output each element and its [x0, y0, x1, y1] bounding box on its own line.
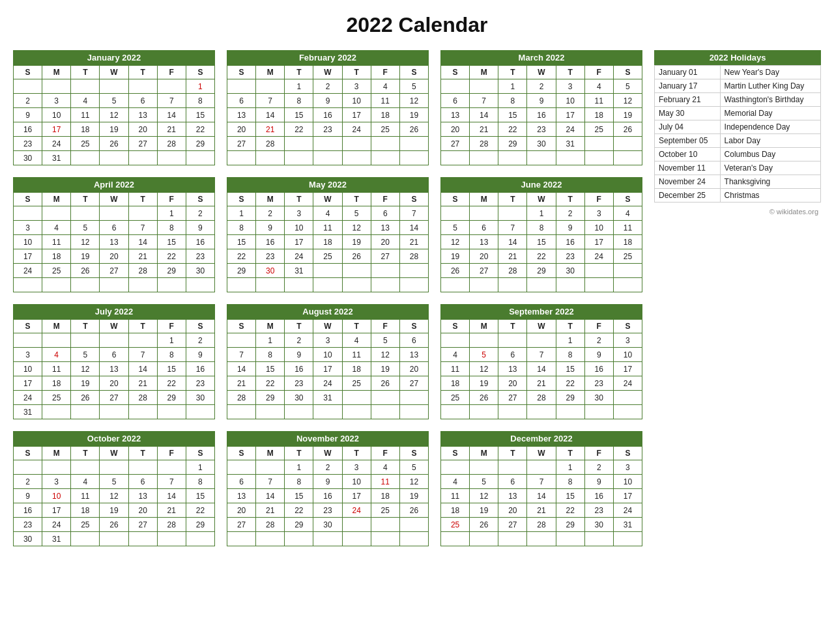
calendar-day: 2 [584, 333, 613, 348]
calendar-day: 10 [313, 348, 342, 362]
calendar-day: 24 [313, 376, 342, 391]
calendar-day: 16 [584, 362, 613, 376]
calendar-day [285, 151, 313, 165]
holiday-row: July 04Independence Day [655, 120, 821, 134]
calendar-day: 3 [14, 221, 42, 235]
month-block-10: October 2022SMTWTFS123456789101112131415… [13, 431, 215, 546]
calendar-day: 12 [613, 94, 642, 108]
day-header: T [498, 193, 527, 206]
calendar-day: 17 [42, 122, 71, 137]
calendar-day: 8 [157, 221, 186, 235]
calendar-day: 30 [14, 151, 42, 165]
calendar-day: 13 [470, 235, 498, 249]
calendar-day [14, 206, 42, 221]
day-header: S [186, 193, 214, 206]
day-header: T [128, 66, 157, 79]
day-header: T [128, 447, 157, 460]
calendar-day: 1 [186, 79, 214, 94]
calendar-day: 22 [556, 503, 584, 518]
calendar-day: 14 [527, 489, 556, 503]
calendar-day: 27 [399, 376, 428, 391]
calendar-day: 22 [186, 503, 214, 518]
day-header: F [584, 320, 613, 333]
calendar-day: 10 [42, 108, 71, 122]
calendar-day: 6 [498, 348, 527, 362]
calendar-day: 2 [186, 206, 214, 221]
holiday-row: October 10Columbus Day [655, 148, 821, 161]
day-header: F [157, 447, 186, 460]
day-header: T [285, 447, 313, 460]
day-header: M [42, 193, 71, 206]
holiday-date: July 04 [655, 120, 721, 134]
calendar-day: 21 [157, 503, 186, 518]
calendar-day [399, 405, 428, 419]
calendar-day: 21 [256, 503, 285, 518]
calendar-day: 14 [128, 235, 157, 249]
calendar-day: 21 [256, 122, 285, 137]
calendar-day [71, 79, 100, 94]
calendar-day [498, 532, 527, 546]
calendar-day: 19 [371, 362, 399, 376]
calendar-day: 11 [613, 221, 642, 235]
calendar-day: 18 [371, 108, 399, 122]
calendar-day [371, 518, 399, 532]
calendar-day [470, 206, 498, 221]
calendar-day: 2 [556, 206, 584, 221]
calendar-day: 31 [285, 264, 313, 278]
day-header: W [313, 320, 342, 333]
calendar-day: 24 [613, 503, 642, 518]
calendar-day: 20 [399, 362, 428, 376]
holiday-date: December 25 [655, 189, 721, 203]
holiday-table: January 01New Year's DayJanuary 17Martin… [654, 65, 821, 203]
calendar-day: 3 [613, 333, 642, 348]
calendar-day: 18 [613, 235, 642, 249]
calendar-day [256, 151, 285, 165]
day-header: S [441, 320, 470, 333]
calendar-day: 18 [71, 503, 100, 518]
calendar-day: 5 [399, 460, 428, 475]
calendar-day: 7 [157, 475, 186, 489]
calendar-day [227, 405, 256, 419]
calendar-day: 10 [584, 221, 613, 235]
day-header: W [100, 66, 128, 79]
month-header-3: March 2022 [440, 50, 642, 65]
calendar-day: 1 [227, 206, 256, 221]
calendar-day: 25 [42, 391, 71, 405]
calendar-day [157, 405, 186, 419]
calendar-day: 12 [399, 475, 428, 489]
day-header: M [256, 66, 285, 79]
calendar-day: 3 [342, 79, 371, 94]
calendar-day: 31 [313, 391, 342, 405]
calendar-day [100, 460, 128, 475]
calendar-day [527, 278, 556, 292]
calendar-day: 22 [256, 376, 285, 391]
calendar-day: 15 [285, 489, 313, 503]
calendar-day [42, 460, 71, 475]
calendar-day: 9 [313, 94, 342, 108]
holiday-date: November 11 [655, 161, 721, 175]
calendar-day: 2 [313, 460, 342, 475]
calendar-day [157, 278, 186, 292]
month-header-1: January 2022 [13, 50, 215, 65]
day-header: F [157, 66, 186, 79]
calendar-day: 12 [100, 489, 128, 503]
calendar-day [527, 460, 556, 475]
day-header: W [313, 193, 342, 206]
calendar-day [313, 405, 342, 419]
calendar-day: 4 [441, 348, 470, 362]
calendar-day: 25 [71, 518, 100, 532]
calendar-day: 11 [371, 475, 399, 489]
calendar-day [71, 206, 100, 221]
calendar-day [313, 264, 342, 278]
calendar-day: 19 [100, 503, 128, 518]
calendar-day: 5 [71, 348, 100, 362]
calendar-day: 25 [441, 518, 470, 532]
day-header: T [71, 193, 100, 206]
calendar-day: 18 [441, 503, 470, 518]
month-header-10: October 2022 [13, 431, 215, 446]
calendar-day [470, 460, 498, 475]
calendar-day: 1 [527, 206, 556, 221]
calendar-day: 29 [186, 137, 214, 151]
day-header: S [186, 447, 214, 460]
day-header: T [128, 320, 157, 333]
